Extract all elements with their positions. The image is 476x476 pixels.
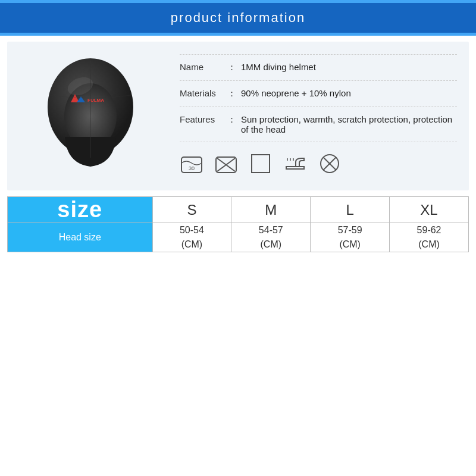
size-label-cell: size (8, 197, 153, 223)
name-value: 1MM diving helmet (241, 62, 316, 72)
svg-rect-11 (252, 155, 270, 173)
no-bleach-icon (318, 152, 342, 176)
name-label: Name (180, 62, 227, 72)
detail-row-features: Features ： Sun protection, warmth, scrat… (180, 107, 457, 142)
product-info-section: FULMA Name ： 1MM diving helmet Materials… (7, 42, 469, 190)
header: product information (0, 0, 476, 36)
col-l: L (311, 197, 390, 223)
tumble-dry-icon (249, 152, 273, 176)
detail-row-name: Name ： 1MM diving helmet (180, 54, 457, 81)
col-s: S (152, 197, 231, 223)
name-colon: ： (227, 62, 236, 73)
size-m-value: 54-57(CM) (231, 223, 311, 252)
detail-row-materials: Materials ： 90% neoprene + 10% nylon (180, 81, 457, 107)
no-wash-icon (214, 152, 238, 176)
svg-text:30: 30 (189, 165, 195, 171)
product-image-container: FULMA (19, 54, 162, 178)
features-value: Sun protection, warmth, scratch protecti… (241, 114, 457, 134)
stripe-bottom (0, 33, 476, 36)
head-size-label: Head size (8, 223, 153, 252)
features-label: Features (180, 114, 227, 124)
size-l-value: 57-59(CM) (311, 223, 390, 252)
col-xl: XL (390, 197, 469, 223)
size-xl-unit: (CM) (418, 239, 440, 249)
size-table: size S M L XL Head size 50-54(CM) 54-57(… (7, 196, 469, 252)
iron-icon (283, 152, 307, 176)
size-xl-value: 59-62(CM) (390, 223, 469, 252)
col-m: M (231, 197, 311, 223)
size-section: size S M L XL Head size 50-54(CM) 54-57(… (7, 196, 469, 252)
care-icons-row: 30 (180, 142, 457, 178)
features-colon: ： (227, 114, 236, 126)
size-s-value: 50-54(CM) (152, 223, 231, 252)
materials-value: 90% neoprene + 10% nylon (241, 88, 351, 98)
size-data-row: Head size 50-54(CM) 54-57(CM) 57-59(CM) … (8, 223, 469, 252)
product-details: Name ： 1MM diving helmet Materials ： 90%… (174, 54, 457, 178)
materials-label: Materials (180, 88, 227, 98)
size-s-unit: (CM) (181, 239, 203, 249)
helmet-illustration: FULMA (28, 54, 153, 178)
size-header-row: size S M L XL (8, 197, 469, 223)
size-m-unit: (CM) (261, 239, 282, 249)
page-title: product information (171, 10, 305, 25)
header-title-bar: product information (0, 3, 476, 33)
wash-30-icon: 30 (180, 152, 203, 176)
size-l-unit: (CM) (339, 239, 361, 249)
materials-colon: ： (227, 88, 236, 99)
